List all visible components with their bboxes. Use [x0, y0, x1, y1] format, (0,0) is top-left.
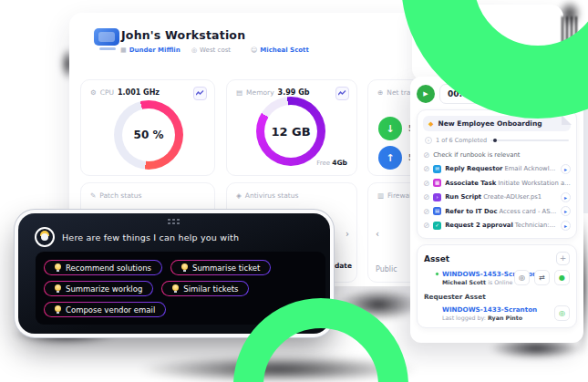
runbook-item-associate[interactable]: ⊘ ▦ Associate TaskInitiate Workstation a…	[423, 176, 571, 191]
line-chart-icon	[196, 90, 204, 97]
locate-asset-button[interactable]: ◎	[554, 305, 570, 321]
asset-name-link[interactable]: WINDOWS-1453-Scranton	[442, 270, 510, 278]
building-icon: ▦	[120, 46, 127, 54]
runbook-item-check[interactable]: ⊘ Check if runbook is relevant	[423, 148, 571, 162]
remote-connect-icon: ⇄	[539, 274, 545, 282]
firewall-status: Public	[376, 265, 397, 274]
cpu-icon: ⚙	[90, 88, 97, 97]
status-bold: date	[335, 262, 352, 270]
skip-icon[interactable]: ⊘	[423, 193, 429, 201]
runbook-item-doc[interactable]: ⊘ ▤ Refer to IT DocAccess card - ASIA: V…	[423, 204, 571, 219]
skip-icon[interactable]: ⊘	[423, 208, 429, 216]
asset-user: Ryan Pinto	[488, 315, 522, 321]
skip-icon[interactable]: ⊘	[423, 180, 429, 188]
item-text: Email Acknowledgement -...	[504, 165, 557, 172]
shield-icon: ◈	[236, 191, 242, 200]
memory-label: Memory	[246, 88, 274, 97]
asset-user: Micheal Scott	[442, 279, 486, 285]
skip-icon[interactable]: ⊘	[423, 165, 429, 173]
runbook-title: New Employee Onboarding	[438, 119, 542, 128]
suggestion-similar-tickets[interactable]: Similar tickets	[161, 281, 249, 296]
suggestion-compose-vendor-email[interactable]: Compose vendor email	[44, 302, 166, 317]
person-icon: ☺	[251, 46, 257, 54]
run-task-button[interactable]: ▸	[561, 221, 571, 231]
scan-asset-button[interactable]: ◎	[514, 270, 530, 285]
suggestion-recommend-solutions[interactable]: Recommend solutions	[44, 260, 162, 275]
drag-handle[interactable]	[167, 218, 181, 224]
memory-value: 3.99 Gb	[278, 88, 310, 97]
runbook-item-reply[interactable]: ⊘ ✉ Reply RequestorEmail Acknowledgement…	[423, 162, 571, 177]
target-icon: ◎	[519, 274, 525, 282]
item-label: Refer to IT Doc	[445, 208, 497, 215]
bulb-icon	[55, 263, 61, 272]
network-icon: ⊕	[377, 88, 383, 97]
suggestions-box: Recommend solutions Summarise ticket Sum…	[36, 252, 325, 325]
firewall-icon: ▥	[377, 191, 384, 200]
suggestion-label: Summarise ticket	[192, 263, 260, 273]
cpu-label: CPU	[100, 88, 114, 97]
item-text: Initiate Workstation and access card...	[498, 180, 571, 187]
add-asset-button[interactable]: +	[556, 252, 570, 265]
task-type-icon: ✉	[433, 165, 441, 173]
chat-dot-icon: ●	[559, 274, 565, 282]
cpu-percent: 50 %	[114, 100, 183, 170]
remote-connect-button[interactable]: ⇄	[534, 270, 550, 285]
page-title: John's Workstation	[121, 28, 245, 42]
location-pin-icon: ◎	[191, 46, 197, 54]
runbook-item-approval[interactable]: ⊘ ✓ Request 2 approvalTechnician: Michae…	[423, 219, 571, 233]
owner-meta: ☺ Micheal Scott	[251, 46, 309, 54]
suggestion-label: Similar tickets	[183, 284, 238, 294]
item-text: Check if runbook is relevant	[433, 151, 520, 159]
task-type-icon: ›	[433, 193, 441, 201]
run-task-button[interactable]: ▸	[561, 206, 571, 216]
skip-icon[interactable]: ⊘	[423, 151, 429, 160]
asset-row-primary: WINDOWS-1453-Scranton Micheal Scott is O…	[424, 270, 570, 285]
antivirus-label: Antivirus status	[245, 191, 299, 200]
progress-bar	[490, 139, 569, 141]
download-icon: ↓	[378, 117, 402, 140]
cpu-value: 1.001 GHz	[118, 88, 160, 97]
bulb-icon	[55, 284, 61, 293]
app-screenshot: John's Workstation ▦ Dunder Mifflin ◎ We…	[0, 0, 588, 382]
chevron-right-icon[interactable]: ›	[346, 229, 349, 239]
patch-label: Patch status	[99, 191, 141, 200]
asset-name-link[interactable]: WINDOWS-1433-Scranton	[442, 305, 550, 314]
item-label: Request 2 approval	[445, 222, 513, 229]
suggestion-label: Compose vendor email	[66, 305, 155, 315]
skip-icon[interactable]: ⊘	[423, 222, 429, 230]
chevron-left-icon[interactable]: ‹	[376, 229, 379, 239]
line-chart-icon	[338, 90, 346, 97]
suggestion-summarise-ticket[interactable]: Summarise ticket	[170, 260, 271, 275]
cpu-chart-button[interactable]	[193, 87, 207, 100]
runbook-progress: › 1 of 6 Completed	[425, 137, 569, 144]
runbook-card: ◆ New Employee Onboarding › 1 of 6 Compl…	[417, 109, 577, 239]
run-task-button[interactable]: ▸	[561, 164, 571, 174]
assistant-panel: Here are few things I can help you with …	[18, 213, 330, 334]
bulb-icon	[55, 305, 61, 314]
memory-card: ▤ Memory 3.99 Gb 12 GB Free 4Gb	[226, 79, 357, 176]
expand-icon[interactable]: ›	[425, 137, 432, 144]
add-runbook-button[interactable]: +	[563, 88, 577, 101]
runbook-item-script[interactable]: ⊘ › Run ScriptCreate-ADUser.ps1 ▸	[423, 191, 571, 205]
progress-label: 1 of 6 Completed	[436, 137, 487, 144]
memory-chart-button[interactable]	[335, 87, 349, 100]
run-button[interactable]: ▶	[417, 85, 435, 103]
assistant-greeting: Here are few things I can help you with	[62, 232, 239, 243]
asset-heading: Asset	[424, 254, 449, 263]
task-type-icon: ▦	[433, 179, 441, 187]
owner-name: Micheal Scott	[260, 46, 309, 54]
chat-button[interactable]: ●	[554, 270, 570, 285]
item-text: Access card - ASIA: Vendor list	[499, 208, 557, 215]
target-icon: ◎	[559, 309, 565, 317]
runbook-title-bar[interactable]: ◆ New Employee Onboarding	[423, 116, 571, 131]
asset-status: is Online	[486, 279, 512, 285]
company-name: Dunder Mifflin	[129, 46, 181, 54]
location-name: West cost	[200, 46, 231, 54]
suggestion-label: Summarize worklog	[66, 284, 142, 294]
suggestion-label: Recommend solutions	[66, 263, 151, 273]
run-task-button[interactable]: ▸	[561, 192, 571, 202]
suggestion-summarize-worklog[interactable]: Summarize worklog	[44, 281, 153, 296]
cpu-gauge: 50 %	[114, 100, 183, 170]
item-label: Reply Requestor	[445, 165, 502, 172]
timer-display: 00:00	[439, 84, 559, 104]
